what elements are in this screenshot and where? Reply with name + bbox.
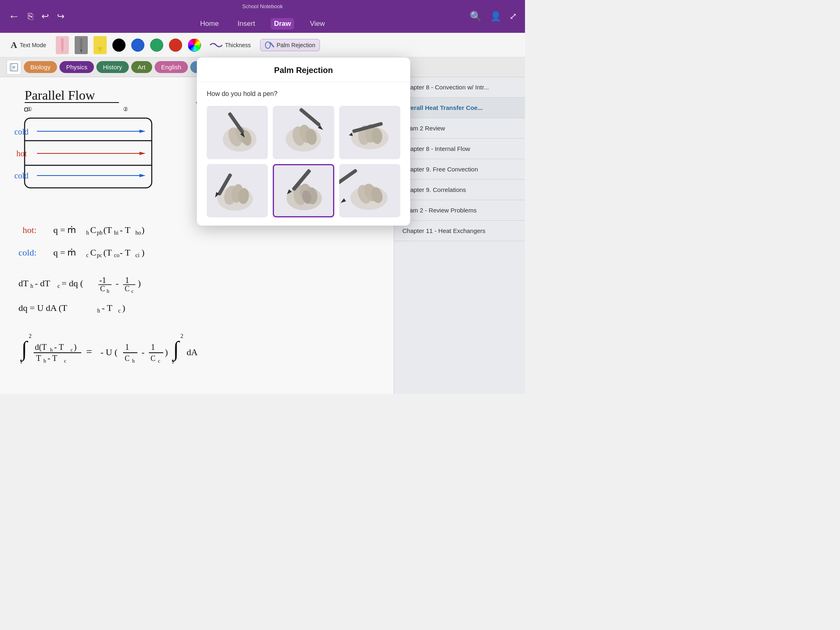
svg-rect-2 [80, 38, 82, 50]
top-left-controls: ← ⎘ ↩ ↪ [8, 10, 64, 23]
svg-text:∫: ∫ [172, 337, 180, 362]
grip-option-3[interactable] [339, 106, 400, 159]
color-black[interactable] [112, 39, 126, 52]
notebook-title: School Notebook [242, 3, 283, 9]
svg-text:②: ② [123, 106, 128, 112]
svg-text:hi: hi [114, 230, 119, 236]
svg-rect-114 [299, 107, 321, 127]
svg-marker-1 [61, 50, 64, 53]
copy-button[interactable]: ⎘ [28, 11, 33, 22]
back-button[interactable]: ← [8, 10, 20, 23]
svg-text:co: co [114, 252, 119, 258]
tab-art[interactable]: Art [131, 61, 152, 73]
color-green[interactable] [150, 39, 163, 52]
svg-marker-24 [139, 152, 146, 155]
nav-view[interactable]: View [306, 18, 328, 30]
svg-text:cold:: cold: [18, 247, 37, 258]
svg-text:C: C [125, 285, 130, 293]
redo-button[interactable]: ↪ [57, 11, 64, 22]
svg-text:ho: ho [135, 230, 141, 236]
grip-option-6[interactable] [339, 164, 400, 217]
sidebar-item-5[interactable]: Chapter 9. Correlations [394, 180, 525, 200]
svg-text:h: h [107, 288, 110, 294]
color-wheel[interactable] [188, 39, 201, 52]
svg-text:-: - [142, 347, 144, 357]
svg-text:h: h [86, 230, 89, 236]
svg-marker-27 [139, 174, 146, 177]
sidebar-item-0[interactable]: Chapter 8 - Convection w/ Intr... [394, 77, 525, 98]
undo-button[interactable]: ↩ [41, 11, 49, 22]
svg-text:dA: dA [187, 347, 198, 357]
pen-tool-pink[interactable] [56, 36, 69, 54]
pen-tool-yellow[interactable] [94, 36, 107, 54]
expand-icon[interactable]: ⤢ [509, 11, 517, 22]
svg-text:①: ① [27, 106, 32, 112]
svg-text:c: c [57, 283, 60, 289]
color-red[interactable] [169, 39, 182, 52]
text-mode-icon: A [11, 40, 17, 50]
color-blue[interactable] [131, 39, 144, 52]
nav-draw[interactable]: Draw [271, 18, 294, 30]
nav-insert[interactable]: Insert [234, 18, 258, 30]
svg-text:dq = U dA (T: dq = U dA (T [18, 303, 67, 313]
svg-text:): ) [165, 347, 168, 357]
sidebar-item-3[interactable]: Chapter 8 - Internal Flow [394, 139, 525, 159]
nav-buttons: Home Insert Draw View [197, 18, 328, 30]
svg-marker-140 [340, 199, 346, 205]
svg-text:q = ṁ: q = ṁ [53, 225, 76, 235]
svg-rect-4 [97, 38, 103, 47]
svg-text:pc: pc [97, 252, 102, 258]
sidebar-item-7[interactable]: Chapter 11 - Heat Exchangers [394, 221, 525, 241]
sidebar-item-1[interactable]: Overall Heat Transfer Coe... [394, 98, 525, 118]
top-right-controls: 🔍 👤 ⤢ [470, 11, 517, 22]
add-person-icon[interactable]: 👤 [490, 11, 501, 22]
svg-text:C: C [90, 225, 96, 235]
svg-text:c: c [64, 358, 66, 364]
svg-text:c: c [118, 308, 121, 314]
pen-tool-gray[interactable] [75, 36, 88, 54]
grip-option-2[interactable] [273, 106, 334, 159]
palm-popup-header: Palm Rejection [197, 57, 410, 82]
svg-text:1: 1 [125, 276, 129, 285]
svg-rect-139 [339, 169, 358, 188]
svg-text:- U (: - U ( [100, 347, 118, 357]
svg-text:d(T: d(T [35, 342, 47, 352]
grip-option-5[interactable] [273, 164, 334, 217]
svg-text:2: 2 [29, 333, 32, 339]
svg-text:h: h [50, 347, 53, 353]
top-bar: ← ⎘ ↩ ↪ School Notebook Home Insert Draw… [0, 0, 525, 33]
svg-line-7 [270, 43, 274, 47]
svg-marker-21 [139, 130, 146, 133]
svg-text:h: h [132, 358, 135, 364]
svg-text:ci: ci [135, 252, 139, 258]
thickness-button[interactable]: Thickness [210, 41, 251, 49]
palm-rejection-label: Palm Rejection [277, 42, 315, 48]
tab-history[interactable]: History [96, 61, 129, 73]
svg-text:h: h [30, 283, 33, 289]
search-icon[interactable]: 🔍 [470, 11, 482, 22]
palm-popup-question: How do you hold a pen? [207, 90, 400, 98]
svg-text:h: h [43, 358, 46, 364]
tab-physics[interactable]: Physics [59, 61, 94, 73]
text-mode-button[interactable]: A Text Mode [7, 38, 50, 52]
svg-text:C: C [125, 354, 130, 363]
toolbar: A Text Mode Thickness Palm [0, 33, 525, 57]
sidebar-item-2[interactable]: Exam 2 Review [394, 118, 525, 139]
svg-text:1: 1 [20, 358, 23, 365]
notebook-icon[interactable] [7, 60, 21, 75]
tab-biology[interactable]: Biology [24, 61, 57, 73]
svg-point-10 [13, 66, 15, 68]
nav-home[interactable]: Home [197, 18, 222, 30]
svg-text:- T: - T [120, 247, 130, 258]
sidebar-item-4[interactable]: Chapter 9. Free Convection [394, 159, 525, 180]
grip-option-4[interactable] [207, 164, 268, 217]
svg-text:- T: - T [102, 303, 112, 313]
svg-text:- T: - T [48, 354, 57, 363]
palm-rejection-button[interactable]: Palm Rejection [260, 39, 320, 51]
grip-option-1[interactable] [207, 106, 268, 159]
sidebar-item-6[interactable]: Exam 2 - Review Problems [394, 200, 525, 221]
text-mode-label: Text Mode [20, 42, 46, 48]
tab-english[interactable]: English [155, 61, 188, 73]
svg-text:1: 1 [125, 342, 129, 352]
svg-text:h: h [97, 308, 100, 314]
